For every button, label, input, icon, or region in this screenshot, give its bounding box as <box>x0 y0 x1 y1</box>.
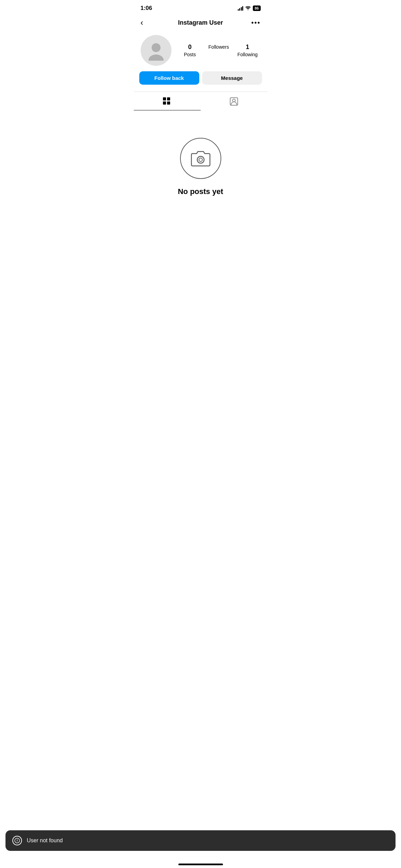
svg-rect-4 <box>163 101 166 105</box>
status-icons: 86 <box>238 5 261 11</box>
camera-icon <box>190 149 211 167</box>
tagged-icon <box>229 97 239 106</box>
battery-indicator: 86 <box>253 5 260 11</box>
more-options-button[interactable]: ••• <box>247 19 261 27</box>
profile-section: 0 Posts Followers 1 Following <box>134 31 268 71</box>
tab-tagged[interactable] <box>201 92 268 110</box>
wifi-icon <box>245 6 251 10</box>
svg-rect-5 <box>167 101 170 105</box>
camera-circle <box>180 138 221 179</box>
status-time: 1:06 <box>141 5 152 12</box>
tab-bar <box>134 92 268 110</box>
grid-icon <box>162 97 172 106</box>
followers-label: Followers <box>209 44 229 50</box>
page-title: Instagram User <box>178 19 223 26</box>
tab-grid[interactable] <box>134 92 201 110</box>
svg-point-1 <box>149 55 164 61</box>
signal-icon <box>238 6 244 11</box>
svg-point-7 <box>233 99 235 102</box>
svg-rect-2 <box>163 97 166 100</box>
avatar <box>141 35 172 66</box>
status-bar: 1:06 86 <box>134 0 268 14</box>
content-area: No posts yet <box>134 110 268 230</box>
following-count: 1 <box>246 44 249 51</box>
posts-stat[interactable]: 0 Posts <box>180 44 200 57</box>
follow-back-button[interactable]: Follow back <box>139 71 199 85</box>
following-stat[interactable]: 1 Following <box>237 44 258 57</box>
posts-label: Posts <box>184 52 196 57</box>
message-button[interactable]: Message <box>202 71 262 85</box>
back-button[interactable]: ‹ <box>141 18 154 27</box>
avatar-placeholder-icon <box>146 40 166 61</box>
svg-point-9 <box>199 158 202 161</box>
nav-bar: ‹ Instagram User ••• <box>134 14 268 31</box>
svg-point-0 <box>152 43 161 52</box>
no-posts-label: No posts yet <box>178 187 223 196</box>
action-buttons: Follow back Message <box>134 71 268 90</box>
avatar-container <box>141 35 172 66</box>
svg-rect-3 <box>167 97 170 100</box>
followers-stat[interactable]: Followers <box>209 44 229 50</box>
posts-count: 0 <box>188 44 191 51</box>
svg-point-8 <box>197 156 204 163</box>
stats-row: 0 Posts Followers 1 Following <box>180 44 258 57</box>
following-label: Following <box>237 52 258 57</box>
